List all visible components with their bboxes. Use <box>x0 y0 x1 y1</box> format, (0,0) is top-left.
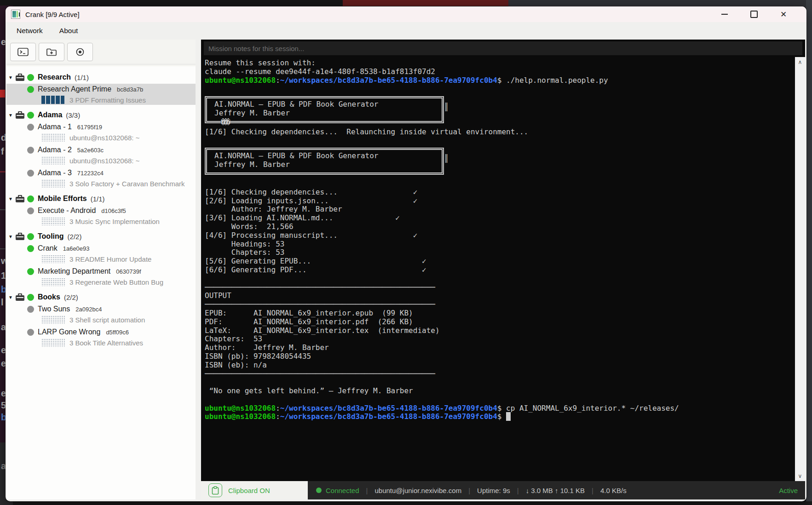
tree-group-header[interactable]: ▼Research(1/1) <box>6 71 196 84</box>
terminal-line: “No one gets left behind.” — Jeffrey M. … <box>205 387 795 396</box>
tree-group-header[interactable]: ▼Mobile Efforts(1/1) <box>6 192 196 205</box>
session-name: Marketing Department <box>38 267 110 275</box>
session-progress-bar <box>41 96 65 104</box>
terminal-line: [1/6] Checking dependencies... Relaunchi… <box>205 128 795 137</box>
ascii-banner-box: AI.NORMAL — EPUB & PDF Book GeneratorJef… <box>205 148 444 175</box>
remote-host: ubuntu@junior.nexivibe.com <box>374 487 461 494</box>
session-status-dot <box>27 329 34 336</box>
session-subtitle: 3 PDF Formatting Issues <box>69 96 146 104</box>
new-terminal-button[interactable] <box>10 43 36 61</box>
terminal-line: [4/6] Processing manuscript... ✓ <box>205 231 795 240</box>
close-button[interactable]: ✕ <box>769 6 798 22</box>
session-subtitle: 3 Solo Factory + Caravan Benchmark <box>69 180 185 188</box>
tree-group-header[interactable]: ▼Books(2/2) <box>6 291 196 304</box>
terminal-icon <box>17 47 29 57</box>
tree-group-header[interactable]: ▼Tooling(2/2) <box>6 230 196 243</box>
session-progress-bar <box>41 255 65 263</box>
chevron-down-icon[interactable]: ▼ <box>8 113 16 118</box>
tree-item[interactable]: Research Agent Primebc8d3a7b3 PDF Format… <box>6 84 196 105</box>
terminal-line: ubuntu@ns1032068:~/workspaces/bc8d3a7b-b… <box>205 413 795 421</box>
clipboard-toggle[interactable]: Clipboard ON <box>201 481 308 499</box>
terminal-output[interactable]: Resume this session with:claude --resume… <box>201 57 795 481</box>
tree-item[interactable]: Marketing Department0630739f3 Regenerate… <box>6 266 196 287</box>
minimize-button[interactable] <box>710 6 739 22</box>
group-count: (1/1) <box>75 74 89 81</box>
tree-item[interactable]: Crank1a6e0e933 README Humor Update <box>6 243 196 264</box>
maximize-icon <box>750 11 758 18</box>
session-subtitle: 3 README Humor Update <box>69 255 151 263</box>
terminal-line: LaTeX: AI_NORMAL_6x9_interior.tex (inter… <box>205 327 795 335</box>
terminal-blank-line <box>205 85 795 93</box>
folder-plus-icon <box>46 47 58 57</box>
terminal-blank-line <box>205 179 795 188</box>
terminal-line: Author: Jeffrey M. Barber <box>205 205 795 214</box>
scroll-down-icon[interactable]: ∨ <box>795 472 805 480</box>
session-name: Adama - 2 <box>38 146 72 154</box>
menu-about[interactable]: About <box>59 27 78 35</box>
sidebar: ▼Research(1/1)Research Agent Primebc8d3a… <box>6 40 196 499</box>
tree-group-header[interactable]: ▼Adama(3/3) <box>6 109 196 121</box>
chevron-down-icon[interactable]: ▼ <box>8 234 16 239</box>
session-name: Two Suns <box>38 305 70 313</box>
terminal-line: [2/6] Loading inputs.json... ✓ <box>205 197 795 206</box>
new-session-button[interactable] <box>39 43 64 61</box>
terminal-scrollbar[interactable]: ∧ ∨ <box>795 57 805 481</box>
tree-item[interactable]: LARP Gone Wrongd5ff09c63 Book Title Alte… <box>6 327 196 348</box>
chevron-down-icon[interactable]: ▼ <box>8 295 16 300</box>
session-hash: 1a6e0e93 <box>63 245 90 252</box>
session-subtitle: ubuntu@ns1032068: ~ <box>69 134 139 142</box>
terminal-line: EPUB: AI_NORMAL_6x9_interior.epub (99 KB… <box>205 309 795 318</box>
session-status-dot <box>27 207 34 214</box>
chevron-down-icon[interactable]: ▼ <box>8 196 16 201</box>
session-status-dot <box>27 170 34 177</box>
session-hash: d106c3f5 <box>101 207 126 214</box>
chevron-down-icon[interactable]: ▼ <box>8 75 16 80</box>
tree-group: ▼Research(1/1)Research Agent Primebc8d3a… <box>6 71 196 105</box>
session-progress-bar <box>41 217 65 225</box>
minimize-icon <box>721 14 728 15</box>
background-text-glyph: l <box>1 297 4 308</box>
group-name: Research <box>38 73 71 81</box>
background-bottom-strip <box>0 501 812 505</box>
group-count: (1/1) <box>91 195 105 203</box>
sidebar-toolbar <box>6 40 196 63</box>
session-hash: 5a2e603c <box>77 147 104 154</box>
tree-item[interactable]: Two Suns2a092bc43 Shell script automatio… <box>6 304 196 325</box>
session-tree: ▼Research(1/1)Research Agent Primebc8d3a… <box>6 66 196 499</box>
session-hash: 712232c4 <box>77 170 104 177</box>
terminal-line: [6/6] Generating PDF... ✓ <box>205 266 795 275</box>
session-status-dot <box>27 86 34 93</box>
terminal-blank-line <box>205 378 795 387</box>
terminal-line: ubuntu@ns1032068:~/workspaces/bc8d3a7b-b… <box>205 76 795 85</box>
terminal-line: PDF: AI_NORMAL_6x9_interior.pdf (266 KB) <box>205 318 795 327</box>
terminal-line: ────────────────────────────────────────… <box>205 283 795 292</box>
session-progress-bar <box>41 316 65 324</box>
status-info: Connected | ubuntu@junior.nexivibe.com |… <box>308 481 805 499</box>
tree-item[interactable]: Adama - 3712232c43 Solo Factory + Carava… <box>6 167 196 189</box>
tree-item[interactable]: Adama - 25a2e603cubuntu@ns1032068: ~ <box>6 144 196 166</box>
session-subtitle: 3 Shell script automation <box>69 316 145 324</box>
traffic-counters: ↓ 3.0 MB ↑ 10.1 KB <box>526 487 585 494</box>
session-name: Execute - Android <box>38 207 96 215</box>
session-subtitle: 3 Book Title Alternatives <box>69 339 143 347</box>
tree-item[interactable]: Adama - 161795f19ubuntu@ns1032068: ~ <box>6 121 196 143</box>
session-hash: d5ff09c6 <box>106 329 129 336</box>
group-name: Books <box>38 293 60 301</box>
watch-button[interactable] <box>67 43 93 61</box>
background-window-red-bar <box>343 0 508 6</box>
tree-item[interactable]: Execute - Androidd106c3f53 Music Sync Im… <box>6 205 196 226</box>
mission-notes-input[interactable] <box>204 41 802 55</box>
tree-group: ▼Tooling(2/2)Crank1a6e0e933 README Humor… <box>6 230 196 287</box>
menu-network[interactable]: Network <box>17 27 43 35</box>
terminal-line: Chapters: 53 <box>205 335 795 344</box>
box-border-artifact: ║ <box>444 155 449 163</box>
maximize-button[interactable] <box>739 6 769 22</box>
terminal-line: Resume this session with: <box>205 59 795 68</box>
terminal-line: claude --resume dee9e44f-a1e4-480f-8538-… <box>205 68 795 76</box>
briefcase-icon <box>16 74 24 81</box>
session-hash: 2a092bc4 <box>75 306 102 313</box>
group-status-dot <box>27 294 34 301</box>
scroll-up-icon[interactable]: ∧ <box>795 58 805 66</box>
ascii-banner-box: AI.NORMAL — EPUB & PDF Book GeneratorJef… <box>205 96 444 123</box>
group-name: Mobile Efforts <box>38 195 87 203</box>
